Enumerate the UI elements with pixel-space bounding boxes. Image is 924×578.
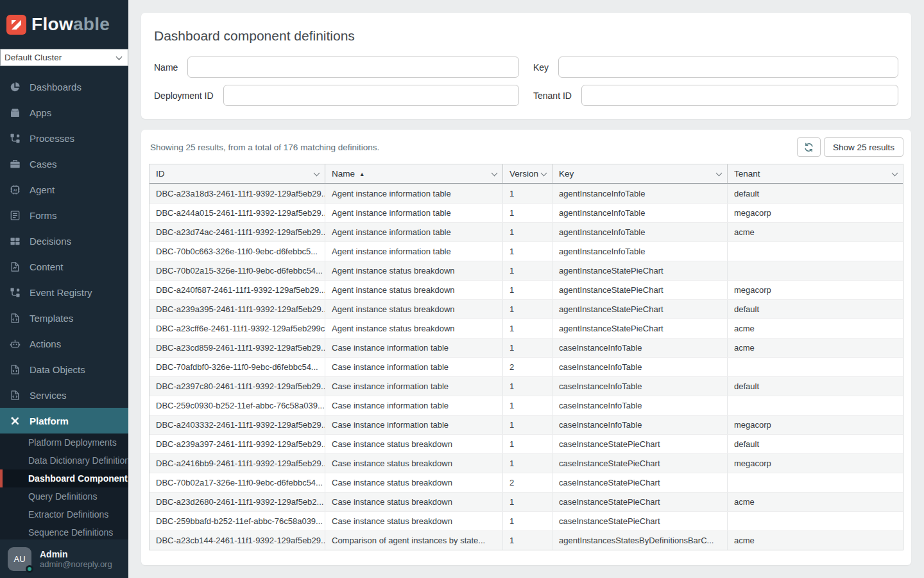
- show-results-button[interactable]: Show 25 results: [824, 137, 903, 157]
- sidebar-item-decisions[interactable]: Decisions: [0, 228, 128, 254]
- table-row[interactable]: DBC-a240f687-2461-11f1-9392-129af5eb29..…: [150, 280, 903, 299]
- cell-id: DBC-a239a397-2461-11f1-9392-129af5eb29..…: [150, 435, 325, 453]
- cell-version: 1: [503, 204, 552, 222]
- cell-name: Case instance status breakdown: [325, 454, 503, 473]
- tenant-id-filter-input[interactable]: [581, 85, 898, 106]
- cell-key: caseInstanceInfoTable: [552, 396, 728, 415]
- sidebar-item-actions[interactable]: Actions: [0, 331, 128, 356]
- sidebar-item-forms[interactable]: Forms: [0, 202, 128, 228]
- cell-id: DBC-a23a18d3-2461-11f1-9392-129af5eb29..…: [150, 184, 325, 203]
- cell-key: caseInstanceStatePieChart: [552, 493, 728, 511]
- chevron-down-icon[interactable]: [492, 170, 498, 176]
- cell-name: Case instance status breakdown: [325, 512, 503, 530]
- user-panel[interactable]: AU Admin admin@noreply.org: [0, 539, 128, 578]
- table-row[interactable]: DBC-70b02a15-326e-11f0-9ebc-d6febbc54...…: [150, 261, 903, 280]
- cell-name: Agent instance information table: [325, 184, 503, 203]
- table-row[interactable]: DBC-259c0930-b252-11ef-abbc-76c58a039...…: [150, 396, 903, 415]
- table-row[interactable]: DBC-a2416bb9-2461-11f1-9392-129af5eb29..…: [150, 453, 903, 473]
- cell-version: 1: [503, 319, 552, 338]
- sidebar-item-platform[interactable]: Platform: [0, 408, 128, 434]
- cell-tenant: [728, 261, 903, 280]
- user-name: Admin: [40, 549, 112, 559]
- table-row[interactable]: DBC-a23d74ac-2461-11f1-9392-129af5eb29..…: [150, 222, 903, 241]
- deployment-id-filter-label: Deployment ID: [154, 91, 214, 101]
- document-code-icon: [9, 390, 21, 401]
- deployment-id-filter-input[interactable]: [223, 85, 519, 106]
- column-header-id[interactable]: ID: [150, 164, 325, 183]
- chevron-down-icon[interactable]: [716, 170, 723, 176]
- column-header-version[interactable]: Version: [503, 164, 552, 183]
- cluster-select[interactable]: Default Cluster: [0, 49, 128, 66]
- sidebar-item-event-registry[interactable]: Event Registry: [0, 279, 128, 305]
- table-row[interactable]: DBC-70b02a17-326e-11f0-9ebc-d6febbc54...…: [150, 473, 903, 492]
- cell-name: Agent instance information table: [325, 204, 503, 222]
- avatar: AU: [8, 547, 31, 571]
- app-root: Flowable Default Cluster Dashboards Apps…: [0, 0, 924, 578]
- cell-name: Case instance information table: [325, 396, 503, 415]
- cell-id: DBC-a240f687-2461-11f1-9392-129af5eb29..…: [150, 281, 325, 299]
- sidebar-item-apps[interactable]: Apps: [0, 100, 128, 125]
- table-row[interactable]: DBC-a239a397-2461-11f1-9392-129af5eb29..…: [150, 434, 903, 453]
- table-row[interactable]: DBC-a23cd859-2461-11f1-9392-129af5eb29..…: [150, 338, 903, 357]
- cell-tenant: acme: [728, 319, 903, 338]
- table-row[interactable]: DBC-a239a395-2461-11f1-9392-129af5eb29..…: [150, 299, 903, 319]
- cell-tenant: megacorp: [728, 454, 903, 473]
- table-row[interactable]: DBC-a23cff6e-2461-11f1-9392-129af5eb299c…: [150, 319, 903, 338]
- cell-id: DBC-a2416bb9-2461-11f1-9392-129af5eb29..…: [150, 454, 325, 473]
- key-filter-input[interactable]: [558, 57, 898, 78]
- cell-id: DBC-a239a395-2461-11f1-9392-129af5eb29..…: [150, 300, 325, 319]
- table-row[interactable]: DBC-a2397c80-2461-11f1-9392-129af5eb29..…: [150, 376, 903, 396]
- sidebar-item-cases[interactable]: Cases: [0, 151, 128, 177]
- apps-box-icon: [9, 107, 21, 118]
- brand-text: Flowable: [31, 14, 110, 35]
- submenu-item-data-dictionary-definitions[interactable]: Data Dictionary Definitions: [0, 451, 128, 469]
- cell-name: Agent instance information table: [325, 223, 503, 241]
- submenu-item-extractor-definitions[interactable]: Extractor Definitions: [0, 505, 128, 523]
- page-title: Dashboard component definitions: [154, 28, 898, 44]
- cell-name: Case instance information table: [325, 416, 503, 434]
- chevron-down-icon[interactable]: [892, 170, 898, 176]
- submenu-item-query-definitions[interactable]: Query Definitions: [0, 487, 128, 505]
- submenu-item-dashboard-component-definitions[interactable]: Dashboard Component Definitions: [0, 469, 128, 487]
- table-row[interactable]: DBC-a23cb144-2461-11f1-9392-129af5eb29..…: [150, 530, 903, 550]
- cell-id: DBC-a23cb144-2461-11f1-9392-129af5eb29..…: [150, 531, 325, 550]
- table-row[interactable]: DBC-a2403332-2461-11f1-9392-129af5eb29..…: [150, 415, 903, 434]
- column-header-name[interactable]: Name ▲: [325, 164, 503, 183]
- cell-key: caseInstanceInfoTable: [552, 416, 728, 434]
- cell-version: 1: [503, 281, 552, 299]
- submenu-item-sequence-definitions[interactable]: Sequence Definitions: [0, 523, 128, 539]
- column-header-tenant[interactable]: Tenant: [728, 164, 903, 183]
- sidebar-item-dashboards[interactable]: Dashboards: [0, 74, 128, 100]
- cell-tenant: acme: [728, 531, 903, 550]
- table-row[interactable]: DBC-a244a015-2461-11f1-9392-129af5eb29..…: [150, 203, 903, 222]
- cell-tenant: default: [728, 377, 903, 396]
- column-header-key[interactable]: Key: [552, 164, 728, 183]
- sidebar-item-agent[interactable]: AI Agent: [0, 177, 128, 202]
- cell-name: Agent instance status breakdown: [325, 319, 503, 338]
- table-row[interactable]: DBC-70b0c663-326e-11f0-9ebc-d6febbc5... …: [150, 241, 903, 261]
- cell-tenant: [728, 473, 903, 492]
- table-row[interactable]: DBC-a23a18d3-2461-11f1-9392-129af5eb29..…: [150, 184, 903, 203]
- name-filter-input[interactable]: [187, 57, 519, 78]
- sidebar-item-templates[interactable]: Templates: [0, 305, 128, 331]
- cell-key: agentInstanceStatePieChart: [552, 281, 728, 299]
- name-filter-label: Name: [154, 62, 178, 73]
- chevron-down-icon[interactable]: [314, 170, 320, 176]
- table-row[interactable]: DBC-70afdbf0-326e-11f0-9ebc-d6febbc54...…: [150, 357, 903, 376]
- sidebar-item-content[interactable]: Content: [0, 254, 128, 279]
- table-row[interactable]: DBC-a23d2680-2461-11f1-9392-129af5eb2...…: [150, 492, 903, 511]
- table-row[interactable]: DBC-259bbafd-b252-11ef-abbc-76c58a039...…: [150, 511, 903, 530]
- submenu-item-platform-deployments[interactable]: Platform Deployments: [0, 434, 128, 451]
- cell-version: 1: [503, 223, 552, 241]
- cell-name: Agent instance status breakdown: [325, 281, 503, 299]
- cell-version: 2: [503, 473, 552, 492]
- sidebar-item-data-objects[interactable]: Data Objects: [0, 356, 128, 382]
- sidebar-item-processes[interactable]: Processes: [0, 125, 128, 151]
- cell-id: DBC-a23cd859-2461-11f1-9392-129af5eb29..…: [150, 338, 325, 357]
- sidebar-item-services[interactable]: Services: [0, 382, 128, 408]
- chevron-down-icon: [116, 53, 123, 60]
- cell-id: DBC-a2397c80-2461-11f1-9392-129af5eb29..…: [150, 377, 325, 396]
- chevron-down-icon[interactable]: [541, 170, 547, 176]
- refresh-button[interactable]: [797, 137, 821, 157]
- cell-version: 1: [503, 435, 552, 453]
